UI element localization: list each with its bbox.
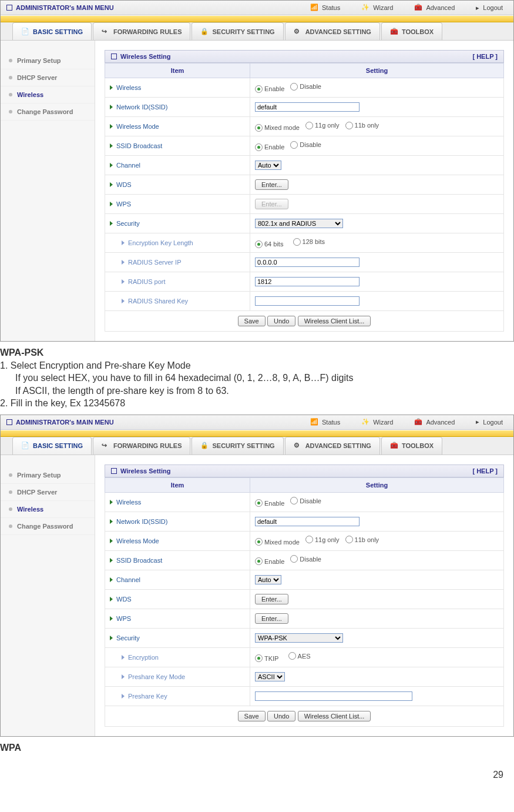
save-button-2[interactable]: Save	[238, 711, 266, 721]
nav-wizard-2[interactable]: ✨Wizard	[351, 418, 404, 426]
row-wireless-2: Wireless	[105, 492, 250, 512]
sidebar-item-change-password[interactable]: Change Password	[1, 103, 95, 121]
security-select[interactable]: 802.1x and RADIUS	[255, 219, 343, 228]
nav-wizard[interactable]: ✨Wizard	[351, 4, 404, 12]
wireless-disable-2[interactable]: Disable	[290, 497, 321, 504]
status-icon: 📶	[310, 4, 318, 12]
sidebar-item-wireless[interactable]: Wireless	[1, 86, 95, 103]
col-setting-2: Setting	[250, 477, 504, 492]
row-security: Security	[105, 214, 250, 233]
mode-11g[interactable]: 11g only	[305, 122, 340, 129]
sidebar-item-wireless-2[interactable]: Wireless	[1, 501, 95, 518]
psk-input[interactable]	[255, 691, 412, 701]
tab-basic-setting[interactable]: 📄BASIC SETTING	[12, 22, 92, 40]
tab-advanced-setting-2[interactable]: ⚙ADVANCED SETTING	[285, 437, 380, 455]
mode-11b-2[interactable]: 11b only	[345, 536, 379, 543]
wps-enter-button-2[interactable]: Enter...	[255, 613, 288, 624]
sidebar: Primary Setup DHCP Server Wireless Chang…	[1, 41, 95, 341]
sidebar-item-dhcp-server-2[interactable]: DHCP Server	[1, 484, 95, 501]
help-link[interactable]: [ HELP ]	[472, 53, 498, 60]
nav-status-2[interactable]: 📶Status	[300, 418, 351, 426]
sidebar-item-primary-setup[interactable]: Primary Setup	[1, 52, 95, 69]
channel-select-2[interactable]: Auto	[255, 575, 281, 584]
enc-64bits[interactable]: 64 bits	[255, 240, 283, 248]
tab-forwarding-rules[interactable]: ↪FORWARDING RULES	[93, 22, 191, 40]
row-encryption-2: Encryption	[105, 647, 250, 667]
heading-wpa: WPA	[0, 741, 514, 754]
sidebar-item-primary-setup-2[interactable]: Primary Setup	[1, 467, 95, 484]
tab-bar: 📄BASIC SETTING ↪FORWARDING RULES 🔒SECURI…	[1, 22, 513, 41]
row-broadcast-2: SSID Broadcast	[105, 550, 250, 570]
row-wds-2: WDS	[105, 589, 250, 609]
help-link-2[interactable]: [ HELP ]	[472, 467, 498, 474]
save-button[interactable]: Save	[238, 316, 266, 326]
doc-line-3: If ASCII, the length of pre-share key is…	[0, 385, 514, 397]
mode-11b[interactable]: 11b only	[345, 122, 379, 129]
main-menu-label-2: ADMINISTRATOR's MAIN MENU	[16, 419, 114, 426]
radius-key-input[interactable]	[255, 296, 360, 306]
wizard-icon: ✨	[361, 4, 369, 12]
tab-security-setting-2[interactable]: 🔒SECURITY SETTING	[192, 437, 283, 455]
wps-enter-button: Enter...	[255, 199, 288, 209]
tab-basic-setting-2[interactable]: 📄BASIC SETTING	[12, 437, 92, 455]
tab-security-setting[interactable]: 🔒SECURITY SETTING	[192, 22, 283, 40]
panel-icon-2	[111, 468, 117, 474]
row-broadcast: SSID Broadcast	[105, 136, 250, 156]
enc-tkip[interactable]: TKIP	[255, 654, 278, 662]
tab-advanced-setting[interactable]: ⚙ADVANCED SETTING	[285, 22, 380, 40]
nav-logout-2[interactable]: ▸ Logout	[465, 418, 513, 426]
row-mode: Wireless Mode	[105, 117, 250, 136]
row-ssid: Network ID(SSID)	[105, 98, 250, 117]
sidebar-item-change-password-2[interactable]: Change Password	[1, 518, 95, 535]
nav-advanced-2[interactable]: 🧰Advanced	[404, 418, 465, 426]
panel-icon	[111, 54, 117, 59]
radius-ip-input[interactable]	[255, 258, 360, 267]
gold-divider	[1, 15, 513, 22]
ssid-input-2[interactable]	[255, 517, 360, 526]
broadcast-disable[interactable]: Disable	[290, 141, 321, 149]
wizard-icon-2: ✨	[361, 418, 369, 426]
top-nav-2: ADMINISTRATOR's MAIN MENU 📶Status ✨Wizar…	[1, 415, 513, 430]
wireless-disable[interactable]: Disable	[290, 83, 321, 91]
wds-enter-button[interactable]: Enter...	[255, 179, 288, 190]
row-security-2: Security	[105, 628, 250, 647]
broadcast-disable-2[interactable]: Disable	[290, 555, 321, 563]
nav-advanced[interactable]: 🧰Advanced	[404, 4, 465, 12]
client-list-button-2[interactable]: Wireless Client List...	[298, 711, 371, 721]
advanced-icon-2: 🧰	[414, 418, 422, 426]
row-mode-2: Wireless Mode	[105, 531, 250, 550]
enc-128bits[interactable]: 128 bits	[293, 238, 325, 246]
security-select-2[interactable]: WPA-PSK	[255, 633, 343, 643]
mode-mixed[interactable]: Mixed mode	[255, 124, 300, 132]
client-list-button[interactable]: Wireless Client List...	[298, 316, 371, 326]
nav-logout[interactable]: ▸ Logout	[465, 4, 513, 12]
tab-toolbox-2[interactable]: 🧰TOOLBOX	[381, 437, 442, 455]
undo-button[interactable]: Undo	[267, 316, 295, 326]
sidebar-item-dhcp-server[interactable]: DHCP Server	[1, 69, 95, 86]
radius-port-input[interactable]	[255, 277, 360, 286]
doc-line-2: If you select HEX, you have to fill in 6…	[0, 372, 514, 385]
mode-mixed-2[interactable]: Mixed mode	[255, 538, 300, 546]
row-wps-2: WPS	[105, 609, 250, 628]
panel-header: Wireless Setting [ HELP ]	[105, 50, 504, 63]
top-nav-title: ADMINISTRATOR's MAIN MENU	[1, 4, 120, 11]
menu-icon	[6, 5, 12, 11]
psk-mode-select[interactable]: ASCII	[255, 672, 285, 681]
nav-status[interactable]: 📶Status	[300, 4, 351, 12]
wireless-enable-2[interactable]: Enable	[255, 499, 284, 507]
tab-forwarding-rules-2[interactable]: ↪FORWARDING RULES	[93, 437, 191, 455]
broadcast-enable[interactable]: Enable	[255, 143, 284, 151]
ssid-input[interactable]	[255, 102, 360, 112]
undo-button-2[interactable]: Undo	[267, 711, 295, 721]
row-radius-key: RADIUS Shared Key	[105, 292, 250, 311]
advanced-tab-icon: ⚙	[294, 28, 302, 36]
tab-toolbox[interactable]: 🧰TOOLBOX	[381, 22, 442, 40]
channel-select[interactable]: Auto	[255, 161, 281, 170]
wds-enter-button-2[interactable]: Enter...	[255, 594, 288, 604]
broadcast-enable-2[interactable]: Enable	[255, 557, 284, 565]
wireless-enable[interactable]: Enable	[255, 85, 284, 93]
security-icon-2: 🔒	[200, 442, 209, 450]
mode-11g-2[interactable]: 11g only	[305, 536, 340, 543]
enc-aes[interactable]: AES	[288, 652, 311, 660]
top-nav: ADMINISTRATOR's MAIN MENU 📶Status ✨Wizar…	[1, 1, 513, 15]
